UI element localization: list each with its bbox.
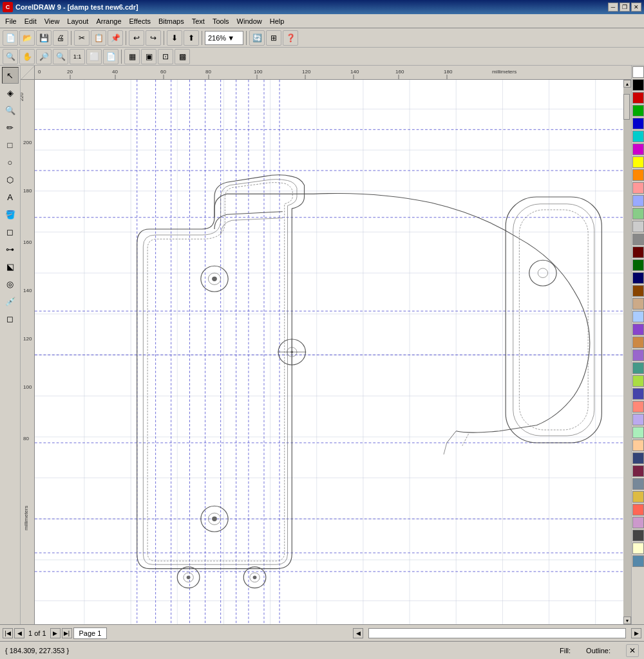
menu-file[interactable]: File [1,16,21,26]
view-btn3[interactable]: ⊡ [158,49,173,64]
eraser-tool[interactable]: ◻ [2,310,19,327]
menu-edit[interactable]: Edit [21,16,41,26]
new-button[interactable]: 📄 [3,30,18,46]
scroll-track[interactable] [623,88,631,617]
color-swatch-violet[interactable] [632,349,644,361]
view-btn2[interactable]: ▣ [141,49,156,64]
extrude-tool[interactable]: ⬕ [2,258,19,275]
close-button[interactable]: ✕ [631,3,641,12]
color-swatch-dark-blue[interactable] [632,272,644,284]
scroll-left-button[interactable]: ◀ [353,628,363,638]
color-swatch-cream[interactable] [632,543,644,554]
view-btn1[interactable]: ▦ [124,49,140,64]
color-swatch-white[interactable] [632,66,644,78]
first-page-button[interactable]: |◀ [3,628,13,638]
menu-arrange[interactable]: Arrange [92,16,125,26]
menu-help[interactable]: Help [266,16,289,26]
paste-button[interactable]: 📌 [108,30,123,46]
color-swatch-darkgray[interactable] [632,530,644,541]
menu-text[interactable]: Text [188,16,209,26]
dropper-tool[interactable]: 💉 [2,293,19,310]
color-swatch-dark-green[interactable] [632,259,644,271]
close-status-button[interactable]: ✕ [626,644,639,657]
freehand-tool[interactable]: ✏ [2,119,19,136]
refresh-button[interactable]: 🔄 [249,30,265,46]
help-cursor-button[interactable]: ❓ [283,30,298,46]
text-tool[interactable]: A [2,189,19,205]
save-button[interactable]: 💾 [36,30,52,46]
color-swatch-gray[interactable] [632,234,644,245]
zoom-1to1-button[interactable]: 1:1 [70,49,85,64]
color-swatch-green[interactable] [632,105,644,116]
outline-tool[interactable]: ◻ [2,223,19,240]
menu-bitmaps[interactable]: Bitmaps [155,16,188,26]
color-swatch-dark-red[interactable] [632,246,644,258]
color-swatch-teal[interactable] [632,362,644,374]
color-swatch-light-gray[interactable] [632,221,644,232]
polygon-tool[interactable]: ⬡ [2,171,19,188]
color-swatch-orange[interactable] [632,169,644,181]
color-swatch-yellow[interactable] [632,156,644,168]
select-tool[interactable]: ↖ [2,67,19,84]
zoom-page-button[interactable]: 📄 [103,49,118,64]
prev-page-button[interactable]: ◀ [14,628,24,638]
menu-window[interactable]: Window [233,16,266,26]
color-swatch-peach[interactable] [632,440,644,451]
shape-tool[interactable]: ◈ [2,84,19,101]
color-swatch-lime[interactable] [632,375,644,387]
rectangle-tool[interactable]: □ [2,136,19,153]
color-swatch-blue[interactable] [632,118,644,129]
page-canvas[interactable] [35,80,623,624]
next-page-button[interactable]: ▶ [50,628,61,638]
color-swatch-light-blue[interactable] [632,195,644,207]
snap-button[interactable]: ⊞ [266,30,281,46]
color-swatch-pink[interactable] [632,182,644,194]
redo-button[interactable]: ↪ [146,30,161,46]
color-swatch-purple[interactable] [632,324,644,335]
open-button[interactable]: 📂 [19,30,35,46]
pan-button[interactable]: ✋ [19,49,35,64]
color-swatch-black[interactable] [632,79,644,91]
color-swatch-lavender[interactable] [632,414,644,425]
color-swatch-coral[interactable] [632,504,644,515]
color-swatch-navy[interactable] [632,452,644,464]
color-swatch-gold[interactable] [632,491,644,503]
scroll-thumb[interactable] [623,94,630,120]
color-swatch-magenta[interactable] [632,144,644,155]
scroll-down-button[interactable]: ▼ [623,617,631,624]
last-page-button[interactable]: ▶| [62,628,72,638]
color-swatch-steelblue[interactable] [632,555,644,567]
scroll-up-button[interactable]: ▲ [623,80,631,88]
import-button[interactable]: ⬇ [167,30,182,46]
zoom-dropdown-arrow[interactable]: ▼ [226,34,236,42]
view-btn4[interactable]: ▩ [175,49,190,64]
zoom-in-button[interactable]: 🔍 [3,49,18,64]
restore-button[interactable]: ❐ [620,3,630,12]
menu-effects[interactable]: Effects [126,16,155,26]
color-swatch-sky[interactable] [632,311,644,322]
page-tab[interactable]: Page 1 [73,627,108,639]
color-swatch-tan[interactable] [632,298,644,310]
color-swatch-mint[interactable] [632,427,644,438]
blend-tool[interactable]: ⊶ [2,241,19,257]
canvas-area[interactable]: 0 20 40 60 80 100 120 140 160 180 millim… [21,66,631,624]
color-swatch-olive[interactable] [632,337,644,348]
undo-button[interactable]: ↩ [129,30,144,46]
color-swatch-lightpurple[interactable] [632,517,644,528]
zoom-area-button[interactable]: 🔎 [36,49,52,64]
menu-layout[interactable]: Layout [63,16,92,26]
color-swatch-indigo[interactable] [632,388,644,400]
color-swatch-salmon[interactable] [632,401,644,413]
menu-view[interactable]: View [41,16,64,26]
color-swatch-maroon[interactable] [632,465,644,477]
zoom-fit-button[interactable]: ⬜ [86,49,102,64]
export-button[interactable]: ⬆ [184,30,199,46]
scroll-right-button[interactable]: ▶ [631,628,641,638]
color-swatch-red[interactable] [632,92,644,104]
ellipse-tool[interactable]: ○ [2,154,19,171]
cut-button[interactable]: ✂ [74,30,90,46]
fill-tool[interactable]: 🪣 [2,206,19,223]
color-swatch-cyan[interactable] [632,131,644,142]
zoom-out-button[interactable]: 🔍 [53,49,68,64]
color-swatch-brown[interactable] [632,285,644,297]
